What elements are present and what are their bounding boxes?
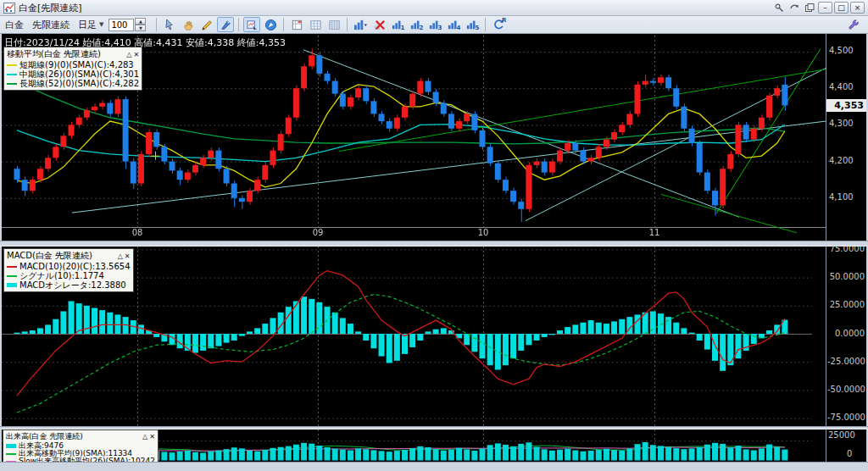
period-dropdown[interactable]: 日足▼ — [78, 19, 103, 31]
ma-legend-title: 移動平均(白金 先限連続) — [7, 48, 125, 60]
settings-wrench-icon[interactable] — [845, 17, 862, 32]
y-axis-label: 4,300 — [829, 119, 854, 128]
y-axis-label: 4,400 — [829, 82, 854, 91]
window-titlebar: 白金[先限連続] – □ × — [0, 0, 868, 16]
volume-swatch — [6, 444, 16, 448]
chart-type-dropdown-button[interactable] — [352, 17, 369, 32]
remove-indicator-button[interactable] — [370, 17, 387, 32]
bars-count-input[interactable] — [108, 19, 134, 31]
layout-3-button[interactable]: 3 — [426, 17, 443, 32]
legend-close-icon[interactable]: ✕ — [133, 51, 139, 58]
sma-mid-swatch — [7, 74, 17, 75]
refresh-button[interactable]: R — [490, 17, 507, 32]
spinner-up-button[interactable]: ▲ — [135, 18, 146, 25]
spinner-down-button[interactable]: ▼ — [135, 25, 146, 31]
macd-legend-title: MACD(白金 先限連続) — [7, 250, 116, 262]
sma-short-swatch — [7, 64, 17, 66]
float-window-icon[interactable] — [787, 2, 801, 14]
x-axis-label: 11 — [646, 228, 663, 237]
layout-4-button[interactable]: 4 — [445, 17, 462, 32]
oscillator-swatch — [7, 283, 17, 287]
y-axis-label: 25000 — [828, 430, 855, 440]
pencil-tool-button[interactable] — [198, 17, 215, 32]
sma-long-swatch — [7, 83, 17, 85]
y-axis-label: 4,500 — [829, 46, 854, 55]
legend-collapse-icon[interactable]: △ — [118, 252, 123, 260]
compass-tool-button[interactable] — [262, 17, 279, 32]
legend-item: 長期線(52)(0)(SMA)(C):4,282 — [7, 79, 139, 88]
volume-ma9-swatch — [6, 453, 16, 455]
panel-splitter[interactable] — [0, 241, 868, 247]
chevron-down-icon: ▼ — [99, 21, 103, 28]
grid-dense-button[interactable] — [326, 17, 342, 32]
legend-collapse-icon[interactable]: △ — [126, 51, 131, 58]
layout-5-button[interactable]: 5 — [464, 17, 481, 32]
axis-separator — [826, 34, 826, 462]
ma-legend: 移動平均(白金 先限連続) △ ✕ 短期線(9)(0)(SMA)(C):4,28… — [3, 47, 142, 91]
macd-legend: MACD(白金 先限連続) △ ✕ MACD(10)(20)(C):13.565… — [3, 248, 134, 292]
toolbar: 白金 先限連続 日足▼ ▲ ▼ — [0, 16, 868, 34]
y-axis-label: 4,100 — [829, 192, 854, 202]
chart-cursor-tool-button[interactable] — [243, 17, 260, 32]
signal-line-swatch — [7, 275, 17, 277]
pen-tool-button[interactable] — [217, 17, 234, 32]
y-axis-label: 4,200 — [829, 156, 854, 165]
y-axis-label: 0.0000 — [827, 329, 865, 338]
macd-line-swatch — [7, 266, 17, 268]
x-axis-label: 10 — [475, 228, 492, 237]
maximize-button[interactable]: □ — [834, 2, 849, 14]
legend-item: MACDオシレータ:12.3880 — [7, 280, 131, 290]
window-frame-bottom — [0, 462, 868, 471]
y-axis-label: -75.0000 — [827, 413, 865, 422]
window-title: 白金[先限連続] — [19, 2, 82, 14]
panel-splitter[interactable] — [0, 426, 868, 429]
duplicate-window-icon[interactable] — [803, 2, 816, 14]
legend-item: 短期線(9)(0)(SMA)(C):4,283 — [7, 60, 139, 69]
window-frame-left — [0, 34, 2, 462]
y-axis-label: -50.0000 — [827, 385, 865, 394]
y-axis-label: 50.0000 — [827, 272, 865, 281]
legend-item: MACD(10)(20)(C):13.5654 — [7, 262, 131, 271]
app-window: 白金[先限連続] – □ × 白金 先限連続 日足▼ ▲ ▼ — [0, 0, 868, 471]
x-axis-label: 09 — [309, 228, 326, 237]
new-chart-button[interactable] — [288, 17, 305, 32]
legend-item: シグナル(10):1.1774 — [7, 271, 131, 280]
y-axis-label: 25.0000 — [827, 300, 865, 309]
current-price-badge: 4,353 — [826, 99, 866, 112]
legend-collapse-icon[interactable]: △ — [142, 433, 147, 441]
pin-icon[interactable] — [772, 2, 786, 14]
app-icon — [3, 3, 15, 14]
minimize-button[interactable]: – — [818, 2, 832, 14]
pointer-tool-button[interactable] — [161, 17, 178, 32]
y-axis-label: -25.0000 — [827, 357, 865, 366]
layout-2-button[interactable]: 2 — [408, 17, 425, 32]
symbol-label: 白金 — [5, 19, 24, 31]
legend-close-icon[interactable]: ✕ — [149, 433, 155, 441]
legend-close-icon[interactable]: ✕ — [125, 252, 131, 260]
contract-label: 先限連続 — [32, 19, 70, 31]
bars-count-field: ▲ ▼ — [108, 18, 146, 31]
layout-1-button[interactable]: 1 — [389, 17, 406, 32]
x-axis-label: 08 — [129, 228, 146, 237]
close-button[interactable]: × — [850, 2, 865, 14]
hand-tool-button[interactable] — [180, 17, 197, 32]
grid-button[interactable] — [307, 17, 324, 32]
legend-item: 中期線(26)(0)(SMA)(C):4,301 — [7, 69, 139, 79]
y-axis-label: 0 — [847, 449, 852, 458]
